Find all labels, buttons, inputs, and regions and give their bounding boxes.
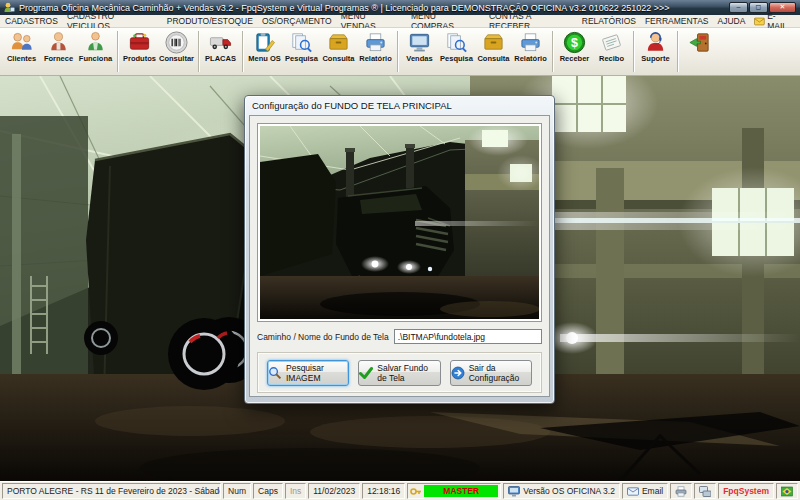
menu-cadastros[interactable]: CADASTROS — [5, 16, 58, 26]
menu-produto-estoque[interactable]: PRODUTO/ESTOQUE — [167, 16, 253, 26]
monitor-icon — [407, 30, 432, 55]
toolbar-os-pesquisa-button[interactable]: Pesquisa — [283, 29, 320, 63]
dialog-title: Configuração do FUNDO DE TELA PRINCIPAL — [252, 100, 452, 111]
pesquisar-imagem-button[interactable]: Pesquisar IMAGEM — [267, 360, 349, 386]
support-headset-icon — [643, 30, 668, 55]
toolbar-clientes-button[interactable]: Clientes — [3, 29, 40, 63]
fundo-tela-config-dialog: Configuração do FUNDO DE TELA PRINCIPAL — [244, 95, 555, 404]
toolbar-vendas-button[interactable]: Vendas — [401, 29, 438, 63]
menu-os-orcamento[interactable]: OS/ORÇAMENTO — [262, 16, 332, 26]
toolbar-separator — [397, 31, 398, 72]
status-location: PORTO ALEGRE - RS 11 de Fevereiro de 202… — [2, 483, 221, 499]
drawer-icon — [326, 30, 351, 55]
status-date: 11/02/2023 — [308, 483, 360, 499]
statusbar: PORTO ALEGRE - RS 11 de Fevereiro de 202… — [0, 481, 800, 500]
search-docs-icon — [444, 30, 469, 55]
toolbar: Clientes Fornece Funciona Produtos Consu… — [0, 28, 800, 76]
toolbar-separator — [677, 31, 678, 72]
printer-icon — [363, 30, 388, 55]
toolbar-funcionarios-button[interactable]: Funciona — [77, 29, 114, 63]
search-docs-icon — [289, 30, 314, 55]
toolbar-vendas-consulta-button[interactable]: Consulta — [475, 29, 512, 63]
status-caps: Caps — [253, 483, 283, 499]
barcode-icon — [164, 30, 189, 55]
receipt-icon — [599, 30, 624, 55]
clipboard-icon — [252, 30, 277, 55]
employee-icon — [83, 30, 108, 55]
truck-icon — [208, 30, 233, 55]
exit-door-icon — [687, 30, 712, 55]
status-version: Versão OS OFICINA 3.2 — [503, 483, 620, 499]
flag-icon — [781, 486, 793, 497]
email-icon — [627, 486, 639, 497]
dialog-client-area: Caminho / Nome do Fundo de Tela Pesquisa… — [249, 115, 550, 397]
toolbar-placas-button[interactable]: PLACAS — [202, 29, 239, 63]
status-time: 12:18:16 — [362, 483, 405, 499]
network-monitor-icon — [699, 486, 711, 497]
fundo-tela-preview-image — [260, 126, 539, 319]
printer-icon — [518, 30, 543, 55]
toolbar-separator — [552, 31, 553, 72]
toolbar-produtos-button[interactable]: Produtos — [121, 29, 158, 63]
dialog-titlebar[interactable]: Configuração do FUNDO DE TELA PRINCIPAL — [249, 96, 550, 115]
menubar: CADASTROS CADASTRO VEICULOS PRODUTO/ESTO… — [0, 15, 800, 28]
toolbar-recibo-button[interactable]: Recibo — [593, 29, 630, 63]
status-master-badge: MASTER — [424, 485, 498, 497]
app-icon — [4, 2, 15, 13]
toolbar-menu-os-button[interactable]: Menu OS — [246, 29, 283, 63]
toolbar-receber-button[interactable]: $ Receber — [556, 29, 593, 63]
toolbar-separator — [242, 31, 243, 72]
minimize-button[interactable]: – — [729, 2, 748, 13]
status-network[interactable] — [694, 483, 716, 499]
svg-text:$: $ — [571, 36, 578, 50]
toolbar-consultar-button[interactable]: Consultar — [158, 29, 195, 63]
email-icon — [754, 17, 765, 26]
drawer-icon — [481, 30, 506, 55]
status-brand: FpqSystem — [718, 483, 774, 499]
path-label: Caminho / Nome do Fundo de Tela — [257, 332, 389, 342]
dollar-icon: $ — [562, 30, 587, 55]
salvar-fundo-button[interactable]: Salvar Fundo de Tela — [358, 360, 440, 386]
dialog-button-group: Pesquisar IMAGEM Salvar Fundo de Tela Sa… — [257, 352, 542, 393]
toolbar-vendas-relatorio-button[interactable]: Relatório — [512, 29, 549, 63]
path-input[interactable] — [394, 329, 542, 344]
magnifier-icon — [268, 366, 282, 380]
printer-icon — [675, 486, 687, 497]
toolbar-os-consulta-button[interactable]: Consulta — [320, 29, 357, 63]
supplier-icon — [46, 30, 71, 55]
toolbar-os-relatorio-button[interactable]: Relatório — [357, 29, 394, 63]
exit-arrow-icon — [451, 366, 465, 380]
status-print[interactable] — [670, 483, 692, 499]
status-email[interactable]: Email — [622, 483, 668, 499]
check-icon — [359, 366, 373, 380]
toolbox-icon — [127, 30, 152, 55]
status-num: Num — [223, 483, 251, 499]
clients-icon — [9, 30, 34, 55]
fundo-tela-preview-panel — [257, 123, 542, 322]
menu-ferramentas[interactable]: FERRAMENTAS — [645, 16, 709, 26]
toolbar-separator — [198, 31, 199, 72]
toolbar-separator — [633, 31, 634, 72]
toolbar-separator — [117, 31, 118, 72]
toolbar-suporte-button[interactable]: Suporte — [637, 29, 674, 63]
toolbar-fornecedores-button[interactable]: Fornece — [40, 29, 77, 63]
status-flag — [776, 483, 798, 499]
toolbar-vendas-pesquisa-button[interactable]: Pesquisa — [438, 29, 475, 63]
toolbar-exit-button[interactable] — [681, 29, 718, 54]
key-icon — [410, 486, 422, 497]
menu-relatorios[interactable]: RELATÓRIOS — [582, 16, 636, 26]
menu-ajuda[interactable]: AJUDA — [718, 16, 746, 26]
status-ins: Ins — [285, 483, 306, 499]
status-user-panel: MASTER — [407, 483, 501, 499]
sair-configuracao-button[interactable]: Sair da Configuração — [450, 360, 532, 386]
version-monitor-icon — [508, 486, 520, 497]
